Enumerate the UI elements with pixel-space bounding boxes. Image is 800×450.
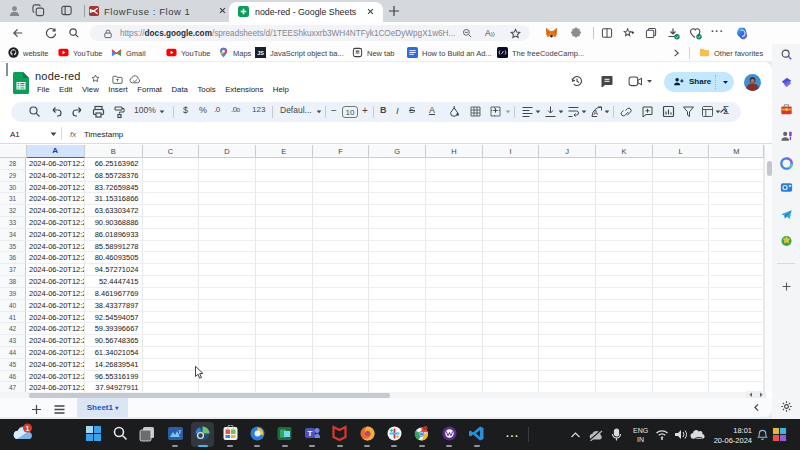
svg-text:T: T [307, 429, 312, 438]
svg-text:JS: JS [257, 50, 264, 56]
svg-text:A: A [594, 109, 599, 116]
svg-text:1: 1 [26, 425, 30, 432]
